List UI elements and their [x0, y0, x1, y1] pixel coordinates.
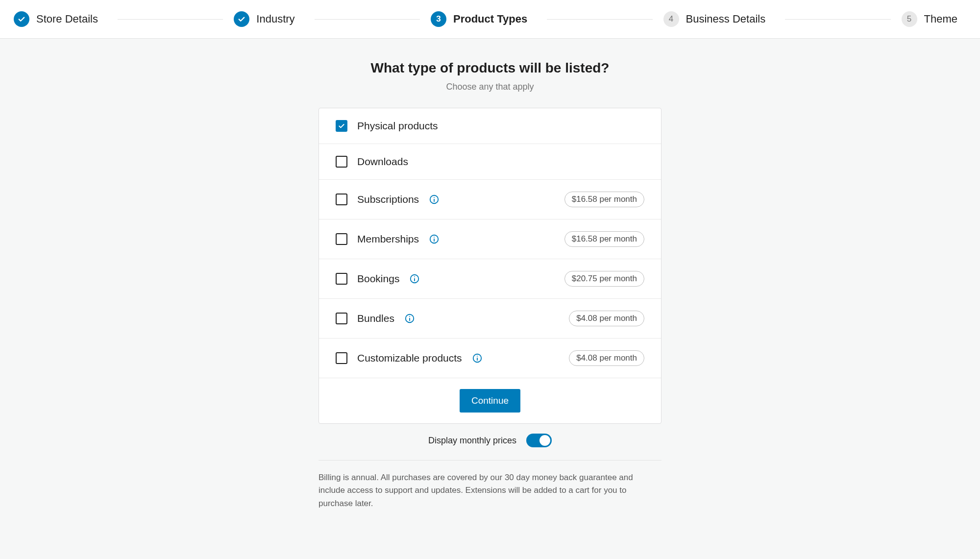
step-divider	[547, 19, 652, 20]
step-theme[interactable]: 5 Theme	[902, 11, 957, 27]
svg-rect-2	[434, 197, 435, 198]
billing-note: Billing is annual. All purchases are cov…	[318, 471, 662, 510]
checkbox[interactable]	[336, 194, 347, 205]
step-number-icon: 5	[902, 11, 917, 27]
option-subscriptions[interactable]: Subscriptions $16.58 per month	[319, 180, 661, 219]
svg-rect-5	[434, 237, 435, 238]
option-label: Bookings	[357, 273, 399, 285]
step-label: Product Types	[453, 13, 527, 25]
svg-rect-4	[434, 239, 435, 242]
option-label: Customizable products	[357, 352, 462, 364]
option-bookings[interactable]: Bookings $20.75 per month	[319, 259, 661, 299]
option-downloads[interactable]: Downloads	[319, 144, 661, 180]
option-label: Bundles	[357, 313, 394, 324]
step-store-details[interactable]: Store Details	[14, 11, 98, 27]
wizard-stepper: Store Details Industry 3 Product Types 4…	[0, 0, 980, 39]
product-types-card: Physical products Downloads Subscription…	[318, 108, 662, 424]
svg-rect-7	[414, 278, 415, 281]
page-subtitle: Choose any that apply	[0, 82, 980, 92]
page-title: What type of products will be listed?	[0, 60, 980, 76]
price-pill: $4.08 per month	[569, 350, 644, 366]
option-physical-products[interactable]: Physical products	[319, 108, 661, 144]
info-icon[interactable]	[404, 313, 415, 324]
option-bundles[interactable]: Bundles $4.08 per month	[319, 299, 661, 339]
svg-rect-14	[477, 356, 478, 357]
monthly-prices-toggle[interactable]	[526, 434, 552, 447]
step-label: Store Details	[36, 13, 98, 25]
option-label: Downloads	[357, 156, 408, 168]
price-pill: $16.58 per month	[564, 231, 644, 247]
step-number-icon: 3	[431, 11, 446, 27]
step-business-details[interactable]: 4 Business Details	[663, 11, 766, 27]
step-label: Industry	[256, 13, 294, 25]
option-label: Subscriptions	[357, 194, 419, 205]
checkbox[interactable]	[336, 352, 347, 364]
checkbox[interactable]	[336, 273, 347, 285]
svg-rect-10	[409, 318, 410, 321]
step-label: Theme	[924, 13, 957, 25]
step-product-types[interactable]: 3 Product Types	[431, 11, 527, 27]
option-label: Memberships	[357, 233, 419, 245]
monthly-prices-toggle-label: Display monthly prices	[428, 436, 516, 446]
svg-rect-8	[414, 276, 415, 277]
info-icon[interactable]	[429, 234, 440, 244]
step-divider	[785, 19, 890, 20]
step-divider	[315, 19, 420, 20]
continue-button[interactable]: Continue	[460, 389, 520, 413]
info-icon[interactable]	[429, 194, 440, 205]
step-industry[interactable]: Industry	[234, 11, 294, 27]
svg-rect-1	[434, 199, 435, 202]
info-icon[interactable]	[472, 353, 483, 364]
price-pill: $4.08 per month	[569, 311, 644, 326]
checkbox[interactable]	[336, 313, 347, 324]
price-pill: $20.75 per month	[564, 271, 644, 287]
option-customizable-products[interactable]: Customizable products $4.08 per month	[319, 339, 661, 378]
switch-knob	[539, 435, 550, 446]
step-divider	[118, 19, 223, 20]
info-icon[interactable]	[409, 273, 420, 284]
option-memberships[interactable]: Memberships $16.58 per month	[319, 219, 661, 259]
option-label: Physical products	[357, 120, 438, 132]
svg-rect-11	[409, 316, 410, 317]
checkbox[interactable]	[336, 120, 347, 132]
svg-rect-13	[477, 358, 478, 361]
check-icon	[234, 11, 249, 27]
step-label: Business Details	[686, 13, 766, 25]
checkbox[interactable]	[336, 156, 347, 168]
step-number-icon: 4	[663, 11, 679, 27]
checkbox[interactable]	[336, 233, 347, 245]
check-icon	[14, 11, 29, 27]
price-pill: $16.58 per month	[564, 192, 644, 207]
